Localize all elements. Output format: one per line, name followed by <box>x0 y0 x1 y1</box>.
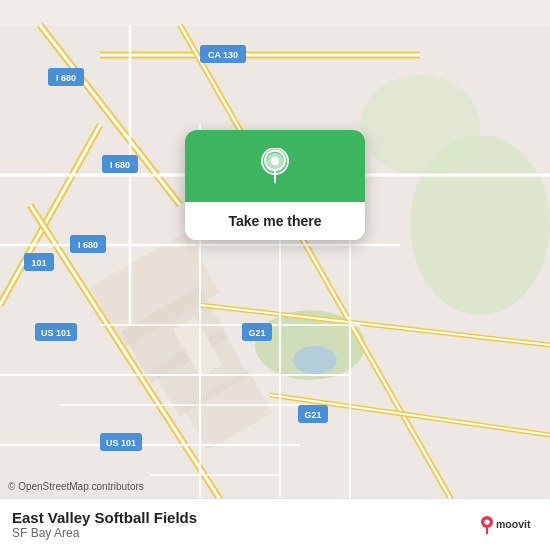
svg-point-60 <box>272 157 279 164</box>
place-region: SF Bay Area <box>12 526 197 540</box>
svg-text:I 680: I 680 <box>78 240 98 250</box>
location-popup: Take me there <box>185 130 365 240</box>
place-info: East Valley Softball Fields SF Bay Area <box>12 509 197 540</box>
svg-text:US 101: US 101 <box>106 438 136 448</box>
popup-action-area[interactable]: Take me there <box>185 202 365 240</box>
svg-text:I 680: I 680 <box>56 73 76 83</box>
map-pin-icon <box>257 148 293 184</box>
moovit-icon: moovit <box>478 511 538 539</box>
svg-text:moovit: moovit <box>496 518 531 530</box>
svg-text:US 101: US 101 <box>41 328 71 338</box>
svg-point-3 <box>360 75 480 175</box>
map-container: I 680 CA 130 I 680 I 680 101 US 101 US 1… <box>0 0 550 550</box>
svg-text:101: 101 <box>31 258 46 268</box>
svg-point-4 <box>293 346 337 374</box>
moovit-logo: moovit <box>478 511 538 539</box>
take-me-there-button[interactable]: Take me there <box>228 213 321 229</box>
svg-text:CA 130: CA 130 <box>208 50 238 60</box>
map-attribution: © OpenStreetMap contributors <box>8 481 144 492</box>
svg-text:I 680: I 680 <box>110 160 130 170</box>
map-roads: I 680 CA 130 I 680 I 680 101 US 101 US 1… <box>0 0 550 550</box>
svg-point-63 <box>484 519 489 524</box>
svg-text:G21: G21 <box>248 328 265 338</box>
bottom-bar: East Valley Softball Fields SF Bay Area … <box>0 498 550 550</box>
svg-text:G21: G21 <box>304 410 321 420</box>
place-name: East Valley Softball Fields <box>12 509 197 526</box>
popup-green-area <box>185 130 365 202</box>
